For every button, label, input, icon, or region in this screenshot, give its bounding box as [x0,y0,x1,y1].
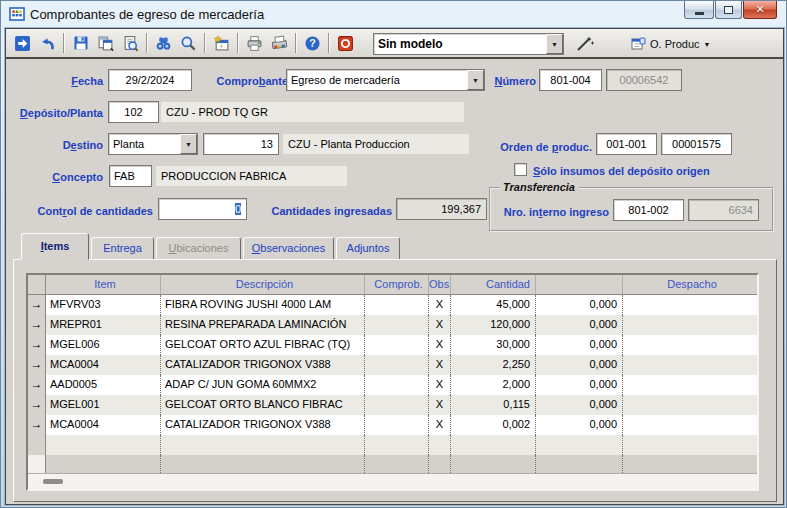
chevron-down-icon[interactable]: ▼ [467,70,484,90]
chevron-down-icon[interactable]: ▼ [180,134,197,154]
solo-insumos-label: Sólo insumos del depósito origen [533,164,733,178]
cell: 0,000 [536,395,623,415]
orden-numero-input[interactable]: 00001575 [661,133,732,155]
model-selector[interactable]: Sin modelo ▼ [373,33,564,55]
undo-button[interactable] [35,31,60,55]
titlebar[interactable]: Comprobantes de egreso de mercadería ✕ [1,1,786,28]
toolbar-separator [295,33,297,53]
concepto-code-input[interactable]: FAB [109,165,152,187]
filler-cell [28,455,46,473]
orden-produccion-button[interactable]: O. Produc ▼ [626,33,720,55]
orden-produc-label: Orden de produc. [486,140,592,154]
table-row[interactable]: →MCA0004CATALIZADOR TRIGONOX V388X0,0020… [28,415,757,435]
row-arrow-icon: → [28,315,46,335]
save-button[interactable] [68,31,93,55]
svg-text:?: ? [309,37,315,49]
caret-down-icon: ▼ [704,41,711,48]
print-preview-button[interactable] [118,31,143,55]
print-setup-button[interactable] [267,31,292,55]
cell [161,435,365,455]
new-record-button[interactable] [209,31,234,55]
model-selector-value: Sin modelo [374,34,546,54]
toolbar-separator [328,33,330,53]
cell [365,355,429,375]
cell [429,435,451,455]
fecha-input[interactable]: 29/2/2024 [108,69,192,91]
column-header[interactable]: Obs. [429,275,451,295]
transferencia-title: Transferencia [499,181,579,193]
tab-items[interactable]: Items [21,233,89,260]
filler-cell [46,455,161,473]
row-arrow-icon: → [28,395,46,415]
control-cantidades-label: Control de cantidades [26,204,153,218]
maximize-button[interactable] [715,1,742,19]
cell: MCA0004 [46,355,161,375]
cell: 0,000 [536,295,623,315]
scrollbar-thumb[interactable] [43,479,63,484]
chevron-down-icon[interactable]: ▼ [546,34,563,54]
cell: 0,000 [536,375,623,395]
nro-interno-serie-input[interactable]: 801-002 [613,199,684,221]
comprobante-select[interactable]: Egreso de mercadería ▼ [286,69,485,91]
zoom-button[interactable] [176,31,201,55]
tab-adjuntos[interactable]: Adjuntos [336,237,400,260]
cantidades-ingresadas-field: 199,367 [396,198,487,220]
tab-entrega[interactable]: Entrega [91,237,154,260]
help-button[interactable]: ? [300,31,325,55]
exit-button[interactable] [333,31,358,55]
column-header[interactable]: Cantidad [451,275,536,295]
binoculars-icon [155,35,172,52]
copy-voucher-button[interactable] [93,31,118,55]
print-button[interactable] [242,31,267,55]
filler-cell [623,455,757,473]
cell: X [429,395,451,415]
model-wand-icon[interactable] [575,35,595,53]
close-button[interactable]: ✕ [743,1,777,19]
column-header[interactable] [536,275,623,295]
cell [623,415,757,435]
table-row[interactable]: →MCA0004CATALIZADOR TRIGONOX V388X2,2500… [28,355,757,375]
tab-ubicaciones[interactable]: Ubicaciones [156,237,241,260]
table-row[interactable] [28,435,757,455]
column-header[interactable]: Despacho [623,275,757,295]
minimize-button[interactable] [684,1,714,19]
cell: CATALIZADOR TRIGONOX V388 [161,355,365,375]
filler-cell [536,455,623,473]
cell [623,335,757,355]
cell: ADAP C/ JUN GOMA 60MMX2 [161,375,365,395]
column-header[interactable] [28,275,46,295]
find-button[interactable] [151,31,176,55]
column-header[interactable]: Descripción [161,275,365,295]
toolbar-separator [63,33,65,53]
nro-interno-numero-field: 6634 [688,199,759,221]
numero-serie-input[interactable]: 801-004 [539,69,602,91]
cell: CATALIZADOR TRIGONOX V388 [161,415,365,435]
cell: 0,002 [451,415,536,435]
destino-type-select[interactable]: Planta ▼ [108,133,198,155]
horizontal-scrollbar[interactable] [28,473,757,489]
column-header[interactable]: Item [46,275,161,295]
deposito-code-input[interactable]: 102 [108,101,159,123]
table-row[interactable]: →AAD0005ADAP C/ JUN GOMA 60MMX2X2,0000,0… [28,375,757,395]
cell: 0,000 [536,355,623,375]
control-cantidades-input[interactable]: 0 [158,198,247,220]
cell: FIBRA ROVING JUSHI 4000 LAM [161,295,365,315]
orden-serie-input[interactable]: 001-001 [596,133,657,155]
table-row[interactable]: →MFVRV03FIBRA ROVING JUSHI 4000 LAMX45,0… [28,295,757,315]
go-button[interactable] [10,31,35,55]
undo-icon [39,35,56,52]
cell [365,395,429,415]
table-row[interactable]: →MREPR01RESINA PREPARADA LAMINACIÓNX120,… [28,315,757,335]
destino-code-input[interactable]: 13 [203,133,279,155]
column-header[interactable]: Comprob. [365,275,429,295]
table-row[interactable]: →MGEL006GELCOAT ORTO AZUL FIBRAC (TQ)X30… [28,335,757,355]
orden-produccion-label: O. Produc [650,38,700,50]
table-row[interactable]: →MGEL001GELCOAT ORTO BLANCO FIBRACX0,115… [28,395,757,415]
grid-header: ItemDescripciónComprob.Obs.CantidadDespa… [28,275,757,295]
tab-observaciones[interactable]: Observaciones [243,237,334,260]
solo-insumos-checkbox[interactable] [514,163,527,176]
row-selector [28,435,46,455]
cell: 120,000 [451,315,536,335]
go-icon [14,35,31,52]
cell: RESINA PREPARADA LAMINACIÓN [161,315,365,335]
